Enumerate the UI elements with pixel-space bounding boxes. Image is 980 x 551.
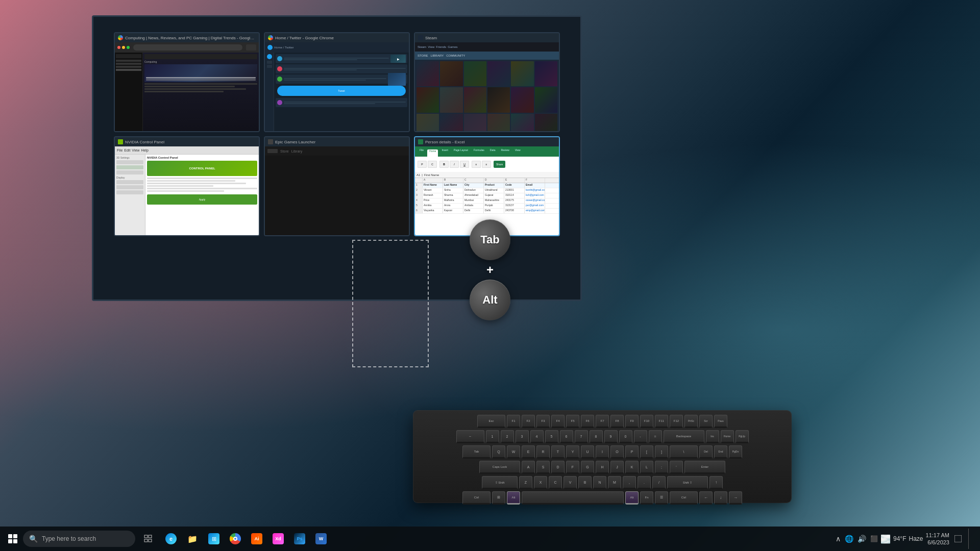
- tray-volume-icon[interactable]: 🔊: [857, 535, 866, 543]
- key-end[interactable]: End: [714, 445, 727, 459]
- key-f9[interactable]: F9: [625, 415, 639, 428]
- key-k[interactable]: K: [625, 461, 639, 474]
- key-7[interactable]: 7: [575, 430, 588, 443]
- taskbar-clock[interactable]: 11:17 AM 6/6/2023: [926, 532, 949, 546]
- key-f10[interactable]: F10: [640, 415, 653, 428]
- key-f5[interactable]: F5: [566, 415, 579, 428]
- key-arrow-right[interactable]: →: [729, 491, 742, 505]
- key-3[interactable]: 3: [516, 430, 529, 443]
- key-shift-right[interactable]: Shift ⇧: [667, 476, 708, 489]
- key-z[interactable]: Z: [519, 476, 532, 489]
- key-capslock[interactable]: Caps Lock: [479, 461, 520, 474]
- key-q[interactable]: Q: [492, 445, 505, 459]
- window-thumb-twitter[interactable]: Home / Twitter - Google Chrome Home / Tw…: [264, 32, 410, 132]
- key-f12[interactable]: F12: [670, 415, 683, 428]
- excel-share-btn[interactable]: Share: [494, 161, 505, 168]
- taskbar-store-icon[interactable]: ⊞: [204, 529, 224, 549]
- key-esc[interactable]: Esc: [477, 415, 505, 428]
- key-f11[interactable]: F11: [655, 415, 668, 428]
- key-f[interactable]: F: [566, 461, 579, 474]
- key-j[interactable]: J: [610, 461, 624, 474]
- key-ctrl-right[interactable]: Ctrl: [670, 491, 698, 505]
- key-shift-left[interactable]: ⇧ Shift: [482, 476, 518, 489]
- key-6[interactable]: 6: [560, 430, 573, 443]
- window-thumb-nvidia[interactable]: NVIDIA Control Panel File Edit View Help…: [114, 136, 260, 236]
- key-scroll[interactable]: Scr: [699, 415, 713, 428]
- key-o[interactable]: O: [610, 445, 624, 459]
- key-p[interactable]: P: [625, 445, 639, 459]
- key-r[interactable]: R: [536, 445, 550, 459]
- key-alt-left[interactable]: Alt: [507, 491, 520, 505]
- key-comma[interactable]: ,: [623, 476, 636, 489]
- key-u[interactable]: U: [581, 445, 594, 459]
- key-f2[interactable]: F2: [522, 415, 535, 428]
- key-e[interactable]: E: [522, 445, 535, 459]
- tray-arrow-icon[interactable]: ∧: [836, 535, 841, 543]
- key-insert[interactable]: Ins: [706, 430, 719, 443]
- key-bracket-open[interactable]: [: [640, 445, 653, 459]
- key-d[interactable]: D: [551, 461, 565, 474]
- key-prtsc[interactable]: PrtSc: [684, 415, 698, 428]
- key-f8[interactable]: F8: [610, 415, 624, 428]
- window-thumb-epic[interactable]: Epic Games Launcher Store Library: [264, 136, 410, 236]
- key-fn[interactable]: Fn: [640, 491, 653, 505]
- taskbar-word-icon[interactable]: W: [311, 529, 331, 549]
- key-home[interactable]: Home: [721, 430, 734, 443]
- key-5[interactable]: 5: [545, 430, 558, 443]
- key-i[interactable]: I: [596, 445, 609, 459]
- key-backtick[interactable]: ~: [456, 430, 484, 443]
- key-0[interactable]: 0: [619, 430, 632, 443]
- key-backspace[interactable]: Backspace: [664, 430, 704, 443]
- taskbar-explorer-icon[interactable]: 📁: [182, 529, 203, 549]
- taskbar-chrome-icon[interactable]: [225, 529, 246, 549]
- key-backslash[interactable]: \: [670, 445, 698, 459]
- key-h[interactable]: H: [596, 461, 609, 474]
- key-n[interactable]: N: [593, 476, 606, 489]
- key-9[interactable]: 9: [604, 430, 618, 443]
- key-slash[interactable]: /: [652, 476, 666, 489]
- key-s[interactable]: S: [536, 461, 550, 474]
- key-enter[interactable]: Enter: [684, 461, 725, 474]
- key-y[interactable]: Y: [566, 445, 579, 459]
- key-quote[interactable]: ': [670, 461, 683, 474]
- key-semicolon[interactable]: ;: [655, 461, 668, 474]
- key-f4[interactable]: F4: [551, 415, 565, 428]
- window-thumb-chrome-dt[interactable]: Computing | News, Reviews, and PC Gaming…: [114, 32, 260, 132]
- key-ctrl-left[interactable]: Ctrl: [462, 491, 491, 505]
- taskbar-weather[interactable]: 🌫️ 94°F Haze: [880, 534, 923, 544]
- key-f7[interactable]: F7: [596, 415, 609, 428]
- key-period[interactable]: .: [638, 476, 651, 489]
- key-l[interactable]: L: [640, 461, 653, 474]
- key-alt-right[interactable]: Alt: [625, 491, 639, 505]
- key-tab[interactable]: Tab: [462, 445, 491, 459]
- tray-network-icon[interactable]: 🌐: [845, 535, 853, 543]
- key-pause[interactable]: Paus: [714, 415, 727, 428]
- taskview-button[interactable]: [138, 529, 158, 549]
- key-f3[interactable]: F3: [536, 415, 550, 428]
- key-f1[interactable]: F1: [507, 415, 520, 428]
- key-m[interactable]: M: [608, 476, 621, 489]
- key-w[interactable]: W: [507, 445, 520, 459]
- key-del[interactable]: Del: [699, 445, 713, 459]
- taskbar-search[interactable]: 🔍 Type here to search: [23, 531, 135, 547]
- key-pgdn[interactable]: PgDn: [729, 445, 742, 459]
- key-v[interactable]: V: [564, 476, 577, 489]
- key-arrow-left[interactable]: ←: [699, 491, 713, 505]
- key-4[interactable]: 4: [530, 430, 544, 443]
- key-b[interactable]: B: [578, 476, 592, 489]
- key-x[interactable]: X: [534, 476, 547, 489]
- taskbar-ps-icon[interactable]: Ps: [289, 529, 310, 549]
- taskbar-edge-icon[interactable]: e: [161, 529, 181, 549]
- key-1[interactable]: 1: [486, 430, 499, 443]
- key-minus[interactable]: -: [634, 430, 647, 443]
- key-pgup[interactable]: PgUp: [736, 430, 749, 443]
- key-2[interactable]: 2: [501, 430, 514, 443]
- key-arrow-down[interactable]: ↓: [714, 491, 727, 505]
- key-a[interactable]: A: [522, 461, 535, 474]
- key-menu[interactable]: ☰: [655, 491, 668, 505]
- key-arrow-up[interactable]: ↑: [709, 476, 723, 489]
- key-space[interactable]: [522, 491, 624, 505]
- window-thumb-steam[interactable]: Steam Steam View Friends Games STORE LIB…: [414, 32, 560, 132]
- key-8[interactable]: 8: [590, 430, 603, 443]
- taskbar-ai-icon[interactable]: Ai: [247, 529, 267, 549]
